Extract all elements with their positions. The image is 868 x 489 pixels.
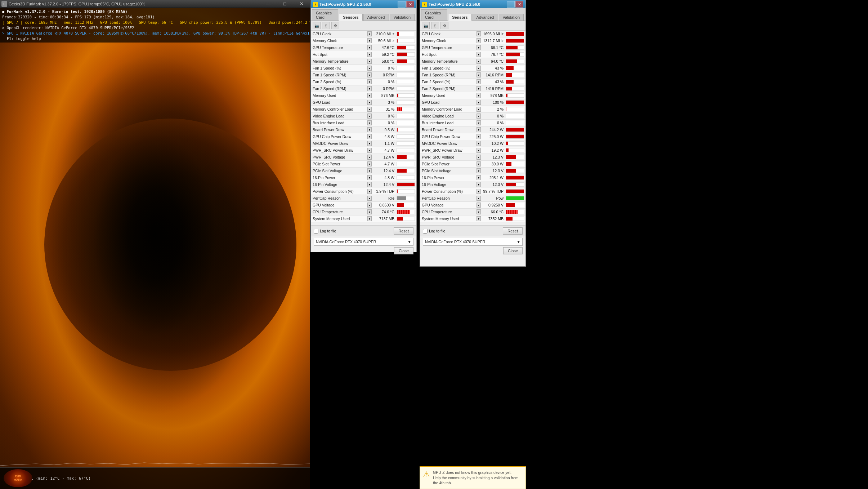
sensor-dropdown[interactable]: ▼ [367, 168, 372, 173]
camera-button-left[interactable]: 📷 [313, 22, 321, 29]
gpuz-left-sensor-list[interactable]: GPU Clock ▼ 210.0 MHz Memory Clock ▼ 50.… [311, 31, 416, 225]
sensor-row: GPU Clock ▼ 1695.0 MHz [420, 31, 525, 37]
sensor-dropdown[interactable]: ▼ [476, 189, 481, 194]
tab-advanced-left[interactable]: Advanced [363, 14, 389, 21]
sensor-dropdown[interactable]: ▼ [367, 175, 372, 180]
sensor-dropdown[interactable]: ▼ [367, 148, 372, 153]
camera-button-right[interactable]: 📷 [422, 22, 430, 29]
sensor-dropdown[interactable]: ▼ [367, 72, 372, 77]
reset-button-right[interactable]: Reset [503, 227, 523, 235]
gpuz-left-minimize[interactable]: — [398, 1, 406, 8]
sensor-dropdown[interactable]: ▼ [476, 134, 481, 139]
sensor-dropdown[interactable]: ▼ [476, 66, 481, 71]
sensor-dropdown[interactable]: ▼ [367, 134, 372, 139]
settings-button-left[interactable]: ⚙ [331, 22, 339, 29]
sensor-dropdown[interactable]: ▼ [476, 38, 481, 43]
sensor-dropdown[interactable]: ▼ [367, 189, 372, 194]
sensor-dropdown[interactable]: ▼ [367, 182, 372, 187]
sensor-dropdown[interactable]: ▼ [367, 38, 372, 43]
sensor-dropdown[interactable]: ▼ [367, 79, 372, 84]
sensor-dropdown[interactable]: ▼ [367, 161, 372, 166]
furmark-maximize-button[interactable]: □ [277, 0, 293, 8]
gpuz-right-gpu-selector[interactable]: NVIDIA GeForce RTX 4070 SUPER ▼ [423, 238, 523, 246]
settings-button-right[interactable]: ⚙ [440, 22, 448, 29]
sensor-dropdown[interactable]: ▼ [367, 127, 372, 132]
sensor-bar-container [506, 93, 524, 98]
sensor-dropdown[interactable]: ▼ [476, 196, 481, 201]
tab-validation-right[interactable]: Validation [499, 14, 524, 21]
sensor-dropdown[interactable]: ▼ [476, 107, 481, 112]
sensor-name: 16-Pin Voltage [421, 182, 476, 187]
tab-validation-left[interactable]: Validation [390, 14, 415, 21]
sensor-bar-container [506, 141, 524, 146]
sensor-dropdown[interactable]: ▼ [476, 86, 481, 91]
sensor-dropdown[interactable]: ▼ [367, 114, 372, 119]
sensor-dropdown[interactable]: ▼ [476, 203, 481, 208]
sensor-dropdown[interactable]: ▼ [476, 155, 481, 160]
furmark-close-button[interactable]: ✕ [293, 0, 310, 8]
sensor-dropdown[interactable]: ▼ [367, 93, 372, 98]
sensor-dropdown[interactable]: ▼ [367, 155, 372, 160]
close-button-right[interactable]: Close [503, 247, 523, 254]
sensor-dropdown[interactable]: ▼ [476, 168, 481, 173]
gpuz-left-gpu-selector[interactable]: NVIDIA GeForce RTX 4070 SUPER ▼ [314, 238, 413, 246]
sensor-dropdown[interactable]: ▼ [476, 148, 481, 153]
sensor-dropdown[interactable]: ▼ [367, 196, 372, 201]
sensor-name: MVDDC Power Draw [312, 141, 367, 146]
sensor-name: Bus Interface Load [421, 121, 476, 125]
sensor-name: 16-Pin Voltage [312, 182, 367, 187]
gpuz-left-close[interactable]: ✕ [406, 1, 414, 8]
sensor-dropdown[interactable]: ▼ [367, 216, 372, 221]
sensor-dropdown[interactable]: ▼ [367, 45, 372, 50]
sensor-dropdown[interactable]: ▼ [367, 31, 372, 36]
sensor-name: PerfCap Reason [421, 196, 476, 200]
log-checkbox-right[interactable] [423, 229, 428, 234]
sensor-dropdown[interactable]: ▼ [476, 161, 481, 166]
sensor-dropdown[interactable]: ▼ [476, 79, 481, 84]
sensor-dropdown[interactable]: ▼ [476, 120, 481, 125]
sensor-dropdown[interactable]: ▼ [367, 203, 372, 208]
gpuz-right-sensor-list[interactable]: GPU Clock ▼ 1695.0 MHz Memory Clock ▼ 13… [420, 31, 525, 225]
close-button-left[interactable]: Close [394, 247, 413, 254]
sensor-dropdown[interactable]: ▼ [367, 59, 372, 64]
log-checkbox-left[interactable] [314, 229, 318, 234]
copy-button-right[interactable]: ⎘ [431, 22, 439, 29]
sensor-dropdown[interactable]: ▼ [476, 45, 481, 50]
furmark-minimize-button[interactable]: — [260, 0, 277, 8]
sensor-dropdown[interactable]: ▼ [476, 114, 481, 119]
sensor-dropdown[interactable]: ▼ [367, 52, 372, 57]
sensor-dropdown[interactable]: ▼ [476, 59, 481, 64]
sensor-dropdown[interactable]: ▼ [367, 141, 372, 146]
sensor-name: GPU Voltage [421, 203, 476, 207]
copy-button-left[interactable]: ⎘ [322, 22, 330, 29]
sensor-name: Fan 2 Speed (RPM) [312, 86, 367, 91]
sensor-dropdown[interactable]: ▼ [476, 127, 481, 132]
sensor-dropdown[interactable]: ▼ [367, 209, 372, 214]
sensor-dropdown[interactable]: ▼ [367, 86, 372, 91]
sensor-dropdown[interactable]: ▼ [367, 100, 372, 105]
sensor-dropdown[interactable]: ▼ [476, 52, 481, 57]
sensor-dropdown[interactable]: ▼ [367, 107, 372, 112]
log-to-file-left[interactable]: Log to file [314, 229, 336, 234]
tab-sensors-left[interactable]: Sensors [339, 14, 362, 21]
sensor-dropdown[interactable]: ▼ [476, 141, 481, 146]
tab-graphics-card-left[interactable]: Graphics Card [312, 9, 338, 21]
tab-sensors-right[interactable]: Sensors [448, 14, 471, 21]
sensor-dropdown[interactable]: ▼ [476, 209, 481, 214]
sensor-dropdown[interactable]: ▼ [476, 182, 481, 187]
reset-button-left[interactable]: Reset [394, 227, 413, 235]
gpuz-right-close[interactable]: ✕ [515, 1, 523, 8]
sensor-dropdown[interactable]: ▼ [476, 216, 481, 221]
tab-advanced-right[interactable]: Advanced [473, 14, 498, 21]
sensor-dropdown[interactable]: ▼ [476, 31, 481, 36]
sensor-row: Power Consumption (%) ▼ 3.9 % TDP [311, 188, 416, 195]
sensor-dropdown[interactable]: ▼ [476, 100, 481, 105]
tab-graphics-card-right[interactable]: Graphics Card [421, 9, 447, 21]
sensor-dropdown[interactable]: ▼ [476, 72, 481, 77]
sensor-dropdown[interactable]: ▼ [367, 66, 372, 71]
gpuz-right-minimize[interactable]: — [507, 1, 515, 8]
sensor-dropdown[interactable]: ▼ [476, 175, 481, 180]
log-to-file-right[interactable]: Log to file [423, 229, 446, 234]
sensor-dropdown[interactable]: ▼ [476, 93, 481, 98]
sensor-dropdown[interactable]: ▼ [367, 120, 372, 125]
